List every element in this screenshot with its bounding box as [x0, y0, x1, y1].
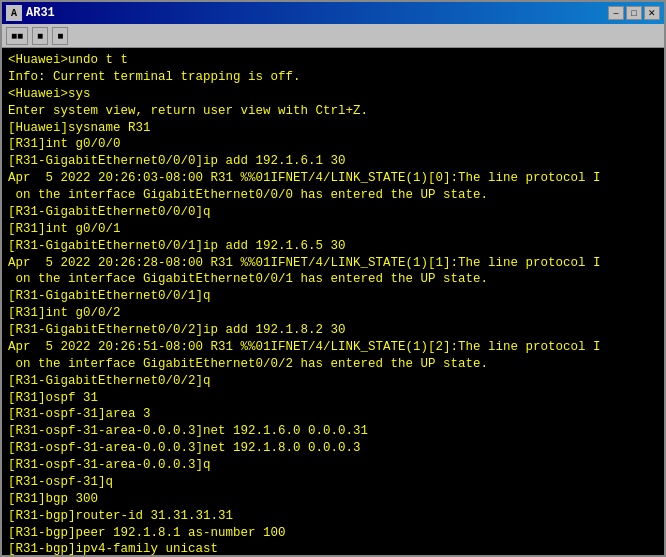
terminal-line: [R31-GigabitEthernet0/0/1]q — [8, 288, 658, 305]
terminal-line: <Huawei>sys — [8, 86, 658, 103]
toolbar-btn-3[interactable]: ■ — [52, 27, 68, 45]
terminal-line: [R31-GigabitEthernet0/0/2]q — [8, 373, 658, 390]
maximize-button[interactable]: □ — [626, 6, 642, 20]
terminal-line: <Huawei>undo t t — [8, 52, 658, 69]
terminal-line: [R31-ospf-31]q — [8, 474, 658, 491]
terminal-line: [R31]int g0/0/1 — [8, 221, 658, 238]
toolbar-btn-1[interactable]: ■■ — [6, 27, 28, 45]
terminal-line: [R31-ospf-31-area-0.0.0.3]net 192.1.8.0 … — [8, 440, 658, 457]
terminal-line: [R31-bgp]peer 192.1.8.1 as-number 100 — [8, 525, 658, 542]
terminal-line: Apr 5 2022 20:26:51-08:00 R31 %%01IFNET/… — [8, 339, 658, 356]
terminal-line: [R31-bgp]router-id 31.31.31.31 — [8, 508, 658, 525]
window-title: AR31 — [26, 6, 55, 20]
close-button[interactable]: ✕ — [644, 6, 660, 20]
terminal-output[interactable]: <Huawei>undo t tInfo: Current terminal t… — [2, 48, 664, 555]
app-icon: A — [6, 5, 22, 21]
terminal-line: [R31-bgp]ipv4-family unicast — [8, 541, 658, 555]
terminal-line: [R31-ospf-31-area-0.0.0.3]q — [8, 457, 658, 474]
title-bar-left: A AR31 — [6, 5, 55, 21]
terminal-line: [R31-GigabitEthernet0/0/0]ip add 192.1.6… — [8, 153, 658, 170]
terminal-line: [R31-GigabitEthernet0/0/0]q — [8, 204, 658, 221]
terminal-line: [R31]ospf 31 — [8, 390, 658, 407]
terminal-line: Enter system view, return user view with… — [8, 103, 658, 120]
toolbar-btn-2[interactable]: ■ — [32, 27, 48, 45]
terminal-line: [R31-ospf-31-area-0.0.0.3]net 192.1.6.0 … — [8, 423, 658, 440]
terminal-line: [R31-GigabitEthernet0/0/1]ip add 192.1.6… — [8, 238, 658, 255]
toolbar: ■■ ■ ■ — [2, 24, 664, 48]
terminal-line: [R31]bgp 300 — [8, 491, 658, 508]
main-window: A AR31 – □ ✕ ■■ ■ ■ <Huawei>undo t tInfo… — [0, 0, 666, 557]
terminal-line: on the interface GigabitEthernet0/0/0 ha… — [8, 187, 658, 204]
terminal-line: Info: Current terminal trapping is off. — [8, 69, 658, 86]
terminal-line: [R31-ospf-31]area 3 — [8, 406, 658, 423]
terminal-line: [R31]int g0/0/0 — [8, 136, 658, 153]
terminal-line: [R31]int g0/0/2 — [8, 305, 658, 322]
terminal-line: Apr 5 2022 20:26:03-08:00 R31 %%01IFNET/… — [8, 170, 658, 187]
terminal-line: [R31-GigabitEthernet0/0/2]ip add 192.1.8… — [8, 322, 658, 339]
terminal-line: Apr 5 2022 20:26:28-08:00 R31 %%01IFNET/… — [8, 255, 658, 272]
title-bar-buttons: – □ ✕ — [608, 6, 660, 20]
terminal-line: on the interface GigabitEthernet0/0/1 ha… — [8, 271, 658, 288]
terminal-line: [Huawei]sysname R31 — [8, 120, 658, 137]
terminal-line: on the interface GigabitEthernet0/0/2 ha… — [8, 356, 658, 373]
title-bar: A AR31 – □ ✕ — [2, 2, 664, 24]
minimize-button[interactable]: – — [608, 6, 624, 20]
